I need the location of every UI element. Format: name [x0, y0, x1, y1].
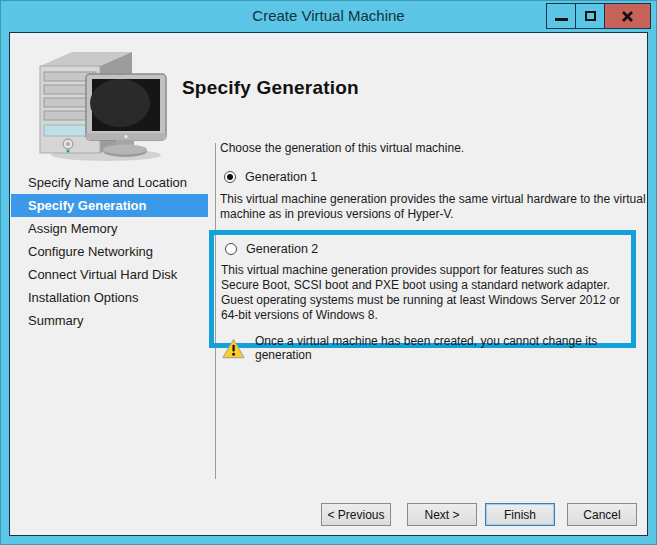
dialog-client-area: Specify Generation Specify Name and Loca…: [9, 32, 648, 536]
finish-button[interactable]: Finish: [485, 503, 555, 526]
minimize-button[interactable]: [546, 3, 576, 29]
create-vm-wizard-window: Create Virtual Machine: [0, 0, 657, 545]
maximize-button[interactable]: [575, 3, 605, 29]
next-button[interactable]: Next >: [407, 503, 477, 526]
intro-text: Choose the generation of this virtual ma…: [220, 141, 646, 156]
sidebar-item-installation-options[interactable]: Installation Options: [11, 286, 208, 309]
sidebar-item-specify-name-and-location[interactable]: Specify Name and Location: [11, 171, 208, 194]
sidebar-item-configure-networking[interactable]: Configure Networking: [11, 240, 208, 263]
wizard-buttons: < Previous Next > Finish Cancel: [321, 503, 637, 526]
titlebar[interactable]: Create Virtual Machine: [1, 1, 656, 32]
wizard-steps-sidebar: Specify Name and Location Specify Genera…: [11, 171, 208, 332]
sidebar-item-assign-memory[interactable]: Assign Memory: [11, 217, 208, 240]
sidebar-item-specify-generation[interactable]: Specify Generation: [11, 194, 208, 217]
previous-button[interactable]: < Previous: [321, 503, 391, 526]
generation-1-description: This virtual machine generation provides…: [220, 192, 646, 222]
page-content: Choose the generation of this virtual ma…: [220, 141, 646, 222]
window-controls: [547, 3, 651, 29]
computer-icon: [28, 41, 170, 167]
maximize-icon: [585, 11, 596, 21]
warning-icon: [222, 338, 245, 359]
close-icon: [621, 10, 634, 23]
generation-2-radio-icon[interactable]: [225, 243, 237, 255]
generation-1-radio-icon[interactable]: [224, 171, 236, 183]
page-title: Specify Generation: [182, 77, 359, 99]
warning-text: Once a virtual machine has been created,…: [255, 334, 627, 362]
sidebar-item-connect-virtual-hard-disk[interactable]: Connect Virtual Hard Disk: [11, 263, 208, 286]
close-button[interactable]: [604, 3, 651, 29]
minimize-icon: [555, 18, 568, 21]
generation-2-option[interactable]: Generation 2: [221, 242, 627, 256]
generation-1-label: Generation 1: [245, 170, 317, 184]
cancel-button[interactable]: Cancel: [567, 503, 637, 526]
generation-2-highlight-box: Generation 2 This virtual machine genera…: [209, 230, 636, 348]
generation-2-description: This virtual machine generation provides…: [221, 263, 627, 323]
generation-1-option[interactable]: Generation 1: [220, 170, 646, 184]
sidebar-item-summary[interactable]: Summary: [11, 309, 208, 332]
generation-2-label: Generation 2: [246, 242, 318, 256]
generation-warning: Once a virtual machine has been created,…: [221, 334, 627, 362]
